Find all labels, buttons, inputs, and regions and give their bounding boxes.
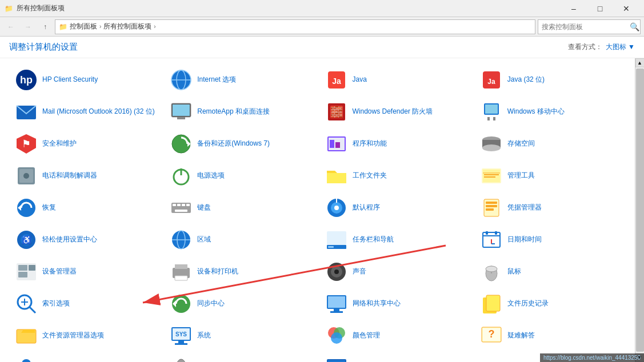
item-label-admin-tools: 管理工具 bbox=[507, 171, 535, 180]
grid-item-credential-mgr[interactable]: 凭据管理器 bbox=[474, 192, 629, 224]
svg-point-81 bbox=[334, 270, 339, 274]
defender-icon: 🧱 bbox=[325, 100, 348, 123]
grid-item-speech-recognition[interactable]: 语音识别 bbox=[164, 352, 319, 362]
svg-line-86 bbox=[30, 307, 35, 313]
grid-item-network-sharing[interactable]: 网络和共享中心 bbox=[319, 288, 474, 320]
item-label-system: 系统 bbox=[197, 331, 211, 340]
grid-item-troubleshoot[interactable]: ?疑难解答 bbox=[474, 320, 629, 352]
svg-point-34 bbox=[23, 173, 29, 179]
svg-rect-75 bbox=[29, 265, 35, 271]
title-bar: 📁 所有控制面板项 – □ ✕ bbox=[0, 0, 644, 17]
svg-point-105 bbox=[331, 332, 342, 344]
grid-item-remoteapp[interactable]: RemoteApp 和桌面连接 bbox=[164, 96, 319, 128]
speech-icon bbox=[170, 356, 193, 362]
grid-item-file-history[interactable]: 文件历史记录 bbox=[474, 288, 629, 320]
grid-item-mouse[interactable]: 鼠标 bbox=[474, 256, 629, 288]
grid-item-recovery[interactable]: 恢复 bbox=[9, 192, 164, 224]
grid-item-region[interactable]: 区域 bbox=[164, 224, 319, 256]
grid-item-date-time[interactable]: 日期和时间 bbox=[474, 224, 629, 256]
svg-point-109 bbox=[22, 359, 31, 362]
autoplay-icon bbox=[325, 356, 348, 362]
grid-item-admin-tools[interactable]: 管理工具 bbox=[474, 160, 629, 192]
scroll-thumb[interactable] bbox=[636, 69, 644, 352]
grid-item-taskbar-nav[interactable]: 任务栏和导航 bbox=[319, 224, 474, 256]
minimize-button[interactable]: – bbox=[561, 0, 587, 17]
content-area: hpHP Client SecurityInternet 选项JaJavaJaJ… bbox=[0, 58, 635, 362]
svg-rect-65 bbox=[328, 246, 334, 248]
grid-item-phone-modem[interactable]: 电话和调制解调器 bbox=[9, 160, 164, 192]
grid-item-system[interactable]: SYS系统 bbox=[164, 320, 319, 352]
grid-item-java[interactable]: JaJava bbox=[319, 64, 474, 96]
grid-item-user-accounts[interactable]: 用户帐户 bbox=[9, 352, 164, 362]
main-layout: hpHP Client SecurityInternet 选项JaJavaJaJ… bbox=[0, 58, 644, 362]
grid-item-security-maintenance[interactable]: ⚑安全和维护 bbox=[9, 128, 164, 160]
svg-rect-19 bbox=[487, 117, 490, 120]
svg-rect-68 bbox=[486, 231, 488, 235]
programs-icon bbox=[325, 132, 348, 155]
forward-button[interactable]: → bbox=[21, 19, 35, 34]
svg-rect-48 bbox=[186, 204, 190, 206]
grid-item-file-explorer-options[interactable]: 文件资源管理器选项 bbox=[9, 320, 164, 352]
maximize-button[interactable]: □ bbox=[587, 0, 613, 17]
item-label-device-manager: 设备管理器 bbox=[42, 267, 77, 276]
sync-icon bbox=[170, 292, 193, 315]
item-label-troubleshoot: 疑难解答 bbox=[507, 331, 535, 340]
grid-item-devices-printers[interactable]: 设备和打印机 bbox=[164, 256, 319, 288]
printer-icon bbox=[170, 260, 193, 283]
search-box[interactable]: 🔍 bbox=[538, 19, 641, 34]
phone-icon bbox=[15, 164, 38, 187]
grid-item-power-options[interactable]: 电源选项 bbox=[164, 160, 319, 192]
svg-rect-77 bbox=[175, 264, 187, 269]
grid-item-windows-defender[interactable]: 🧱Windows Defender 防火墙 bbox=[319, 96, 474, 128]
item-label-devices-printers: 设备和打印机 bbox=[197, 267, 238, 276]
item-label-mouse: 鼠标 bbox=[507, 267, 521, 276]
grid-item-mail-outlook[interactable]: Mail (Microsoft Outlook 2016) (32 位) bbox=[9, 96, 164, 128]
grid-item-sync-center[interactable]: 同步中心 bbox=[164, 288, 319, 320]
color-icon bbox=[325, 324, 348, 347]
svg-text:SYS: SYS bbox=[175, 331, 187, 337]
svg-text:⚑: ⚑ bbox=[22, 138, 31, 150]
grid-item-storage-spaces[interactable]: 存储空间 bbox=[474, 128, 629, 160]
grid-item-default-programs[interactable]: 默认程序 bbox=[319, 192, 474, 224]
grid-item-indexing[interactable]: 索引选项 bbox=[9, 288, 164, 320]
grid-item-programs-features[interactable]: 程序和功能 bbox=[319, 128, 474, 160]
svg-rect-94 bbox=[330, 311, 343, 313]
grid-item-sound[interactable]: 声音 bbox=[319, 256, 474, 288]
item-label-keyboard: 键盘 bbox=[197, 203, 211, 212]
grid-item-internet-options[interactable]: Internet 选项 bbox=[164, 64, 319, 96]
scrollbar[interactable]: ▲ ▼ bbox=[635, 58, 644, 362]
network-icon bbox=[325, 292, 348, 315]
svg-rect-54 bbox=[486, 202, 497, 204]
search-input[interactable] bbox=[542, 23, 627, 31]
grid-item-hp-client-security[interactable]: hpHP Client Security bbox=[9, 64, 164, 96]
grid-item-color-management[interactable]: 颜色管理 bbox=[319, 320, 474, 352]
svg-text:♿: ♿ bbox=[22, 235, 32, 245]
grid-item-ease-access[interactable]: ♿轻松使用设置中心 bbox=[9, 224, 164, 256]
scroll-up-button[interactable]: ▲ bbox=[635, 58, 645, 67]
item-label-security-maintenance: 安全和维护 bbox=[42, 139, 77, 148]
breadcrumb[interactable]: 📁 控制面板 › 所有控制面板项 › bbox=[55, 19, 535, 34]
up-button[interactable]: ↑ bbox=[38, 19, 53, 34]
svg-text:Ja: Ja bbox=[487, 78, 495, 86]
java32-icon: Ja bbox=[480, 69, 503, 91]
grid-item-backup-restore[interactable]: 备份和还原(Windows 7) bbox=[164, 128, 319, 160]
grid-item-java32[interactable]: JaJava (32 位) bbox=[474, 64, 629, 96]
power-icon bbox=[170, 164, 193, 187]
svg-rect-12 bbox=[173, 104, 190, 116]
grid-item-device-manager[interactable]: 设备管理器 bbox=[9, 256, 164, 288]
grid-item-windows-mobility[interactable]: Windows 移动中心 bbox=[474, 96, 629, 128]
internet-icon bbox=[170, 69, 193, 91]
item-label-work-folders: 工作文件夹 bbox=[353, 171, 387, 180]
grid-item-work-folders[interactable]: 工作文件夹 bbox=[319, 160, 474, 192]
grid-item-autoplay[interactable]: 自动播放 bbox=[319, 352, 474, 362]
view-option-link[interactable]: 大图标 ▼ bbox=[606, 42, 635, 52]
close-button[interactable]: ✕ bbox=[613, 0, 639, 17]
svg-rect-69 bbox=[495, 231, 497, 235]
back-button[interactable]: ← bbox=[3, 19, 18, 34]
grid-item-keyboard[interactable]: 键盘 bbox=[164, 192, 319, 224]
search-icon[interactable]: 🔍 bbox=[630, 22, 639, 31]
svg-rect-27 bbox=[330, 140, 334, 148]
item-label-network-sharing: 网络和共享中心 bbox=[353, 299, 401, 308]
item-label-storage-spaces: 存储空间 bbox=[507, 139, 535, 148]
svg-text:A: A bbox=[484, 360, 496, 362]
